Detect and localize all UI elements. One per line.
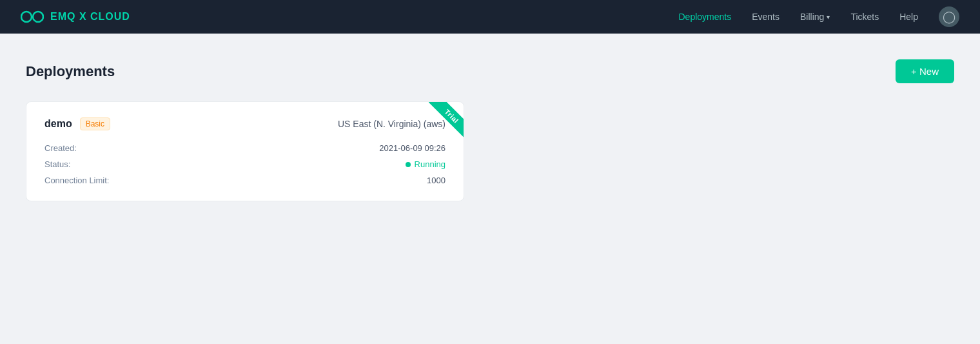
nav-item-tickets[interactable]: Tickets (850, 12, 879, 22)
page-title: Deployments (26, 63, 115, 80)
deployment-region: US East (N. Virginia) (aws) (338, 119, 446, 129)
nav-item-billing[interactable]: Billing ▾ (800, 12, 830, 22)
plan-badge: Basic (80, 117, 110, 130)
card-header: demo Basic US East (N. Virginia) (aws) (44, 117, 446, 130)
brand-name: EMQ X CLOUD (50, 11, 130, 23)
deployment-name: demo (44, 118, 72, 130)
created-row: Created: 2021-06-09 09:26 (44, 143, 446, 153)
connection-limit-value: 1000 (427, 176, 446, 185)
connection-limit-row: Connection Limit: 1000 (44, 176, 446, 185)
brand[interactable]: EMQ X CLOUD (21, 10, 130, 24)
deployment-card[interactable]: Trial demo Basic US East (N. Virginia) (… (26, 101, 464, 201)
billing-chevron-icon: ▾ (827, 14, 830, 21)
status-dot-icon (406, 162, 411, 167)
status-label: Status: (44, 159, 70, 169)
nav-item-deployments[interactable]: Deployments (679, 12, 732, 22)
user-avatar[interactable]: ◯ (939, 6, 959, 27)
card-title-section: demo Basic (44, 117, 110, 130)
nav-item-help[interactable]: Help (899, 12, 918, 22)
svg-point-1 (33, 12, 43, 22)
status-row: Status: Running (44, 159, 446, 169)
new-deployment-button[interactable]: + New (896, 59, 954, 83)
svg-point-0 (21, 12, 32, 22)
created-value: 2021-06-09 09:26 (379, 143, 446, 153)
page-header: Deployments + New (26, 59, 954, 83)
user-icon: ◯ (943, 10, 956, 24)
navbar: EMQ X CLOUD Deployments Events Billing ▾… (0, 0, 980, 34)
main-content: Deployments + New Trial demo Basic US Ea… (0, 34, 980, 227)
status-value: Running (406, 159, 446, 169)
brand-logo-icon (21, 10, 44, 24)
nav-item-events[interactable]: Events (752, 12, 779, 22)
navbar-nav: Deployments Events Billing ▾ Tickets Hel… (679, 6, 960, 27)
card-details: Created: 2021-06-09 09:26 Status: Runnin… (44, 143, 446, 185)
connection-limit-label: Connection Limit: (44, 176, 109, 185)
created-label: Created: (44, 143, 77, 153)
